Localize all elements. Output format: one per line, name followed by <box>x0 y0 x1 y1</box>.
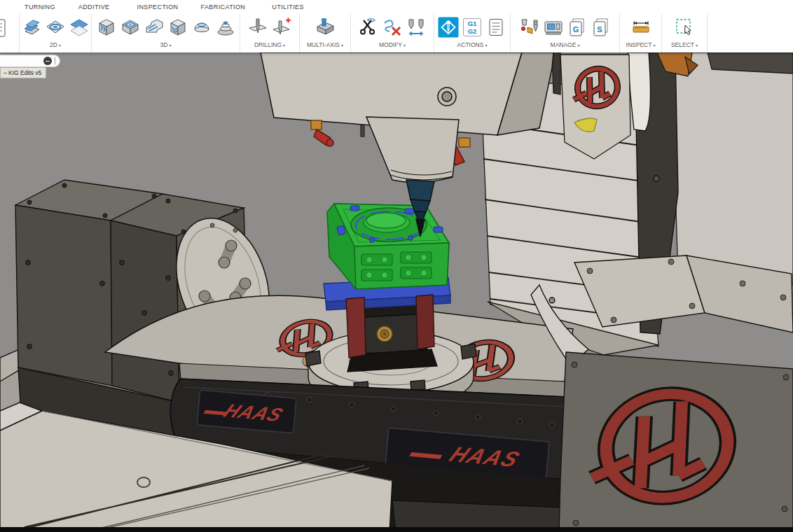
workpiece-stock <box>327 204 449 289</box>
tab-additive[interactable]: ADDITIVE <box>78 4 110 10</box>
toolbar-group-inspect: INSPECT▾ <box>620 14 662 52</box>
chevron-down-icon: ▾ <box>577 43 579 48</box>
svg-text:G1: G1 <box>468 20 477 27</box>
group-label-actions[interactable]: ACTIONS▾ <box>457 41 488 48</box>
select-icon[interactable] <box>674 17 695 38</box>
browser-header <box>0 55 60 67</box>
tab-utilities[interactable]: UTILITIES <box>272 4 304 10</box>
pocket-3d-icon[interactable] <box>120 17 141 38</box>
chevron-down-icon: ▾ <box>283 43 285 48</box>
group-label-drilling[interactable]: DRILLING▾ <box>254 41 285 48</box>
trim-toolpath-icon[interactable] <box>358 17 379 38</box>
toolbar-spacer <box>708 14 793 52</box>
parallel-icon[interactable] <box>144 17 165 38</box>
pocket-2d-icon[interactable] <box>45 17 66 38</box>
toolbar: TURNING ADDITIVE INSPECTION FABRICATION … <box>0 0 793 52</box>
spiral-icon[interactable] <box>215 17 236 38</box>
toolbar-icons-row: 2D▾ <box>0 14 793 52</box>
chevron-down-icon: ▾ <box>404 43 406 48</box>
fusion-manufacture-window: TURNING ADDITIVE INSPECTION FABRICATION … <box>0 0 793 532</box>
group-label-select[interactable]: SELECT▾ <box>671 41 698 48</box>
simulate-icon[interactable] <box>438 17 459 38</box>
chevron-down-icon: ▾ <box>653 43 655 48</box>
group-label-modify[interactable]: MODIFY▾ <box>379 41 406 48</box>
clipped-document-icon[interactable] <box>0 18 8 38</box>
measure-icon[interactable] <box>630 17 651 38</box>
swarf-icon[interactable] <box>315 17 336 38</box>
toolbar-group-drilling: DRILLING▾ <box>240 14 300 52</box>
machine-simulation-viewport[interactable]: HAAS HAAS <box>0 52 793 532</box>
toolbar-group-select: SELECT▾ <box>662 14 708 52</box>
tab-turning[interactable]: TURNING <box>25 4 55 10</box>
toolbar-group-modify: MODIFY▾ <box>351 14 434 52</box>
bore-icon[interactable] <box>271 17 292 38</box>
setup-sheet-icon[interactable] <box>485 17 506 38</box>
post-library-icon[interactable]: S <box>591 17 612 38</box>
replace-tool-icon[interactable] <box>406 17 427 38</box>
svg-text:S: S <box>597 25 602 34</box>
chevron-down-icon: ▾ <box>696 43 698 48</box>
group-label-3d[interactable]: 3D▾ <box>160 41 172 48</box>
group-label-multiaxis[interactable]: MULTI-AXIS▾ <box>307 41 343 48</box>
tab-fabrication[interactable]: FABRICATION <box>201 4 246 10</box>
machine-simulation-canvas[interactable]: HAAS HAAS <box>0 52 793 532</box>
group-label-2d[interactable]: 2D▾ <box>50 41 61 48</box>
tool-library-icon[interactable] <box>519 17 540 38</box>
face-icon[interactable] <box>69 17 90 38</box>
toolbar-group-3d: 3D▾ <box>92 14 240 52</box>
chevron-down-icon: ▾ <box>485 43 487 48</box>
chevron-down-icon: ▾ <box>59 43 61 48</box>
toolbar-tabs-row: TURNING ADDITIVE INSPECTION FABRICATION … <box>0 0 793 14</box>
svg-text:G: G <box>572 25 579 34</box>
browser-panel-divider[interactable] <box>55 57 55 64</box>
gcode-document-icon[interactable]: G <box>567 17 588 38</box>
toolbar-group-2d: 2D▾ <box>20 14 92 52</box>
post-process-icon[interactable]: G1 G2 <box>462 17 483 38</box>
machine-library-icon[interactable] <box>543 17 564 38</box>
viewport-bottom-edge <box>0 527 793 532</box>
adaptive-clearing-2d-icon[interactable] <box>21 17 42 38</box>
chevron-down-icon: ▾ <box>169 43 171 48</box>
tab-inspection[interactable]: INSPECTION <box>137 4 179 10</box>
chevron-down-icon: ▾ <box>341 43 343 48</box>
drill-icon[interactable] <box>247 17 268 38</box>
flow-icon[interactable] <box>167 17 188 38</box>
adaptive-clearing-3d-icon[interactable] <box>96 17 117 38</box>
toolbar-group-manage: G S MANAGE▾ <box>511 14 620 52</box>
toolbar-group-multiaxis: MULTI-AXIS▾ <box>300 14 351 52</box>
group-label-inspect[interactable]: INSPECT▾ <box>626 41 656 48</box>
delete-toolpath-icon[interactable] <box>382 17 403 38</box>
collapse-browser-icon[interactable] <box>43 57 52 65</box>
svg-text:G2: G2 <box>468 27 477 35</box>
toolbar-group-actions: G1 G2 ACTIONS▾ <box>434 14 511 52</box>
group-label-manage[interactable]: MANAGE▾ <box>551 41 580 48</box>
horizontal-icon[interactable] <box>191 17 212 38</box>
browser-document-node[interactable]: – KIG Edits v5 <box>0 67 46 78</box>
toolbar-group-clipped <box>0 14 20 52</box>
